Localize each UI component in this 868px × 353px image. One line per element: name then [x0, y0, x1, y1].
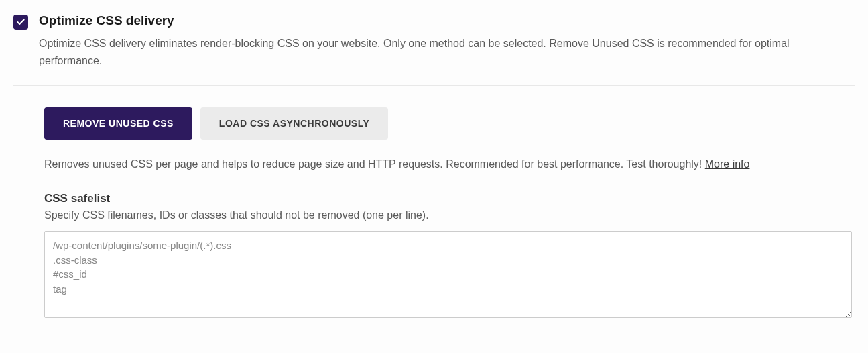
option-title: Optimize CSS delivery [39, 13, 855, 28]
tab-remove-unused-css[interactable]: REMOVE UNUSED CSS [44, 107, 192, 140]
css-safelist-textarea[interactable] [44, 231, 852, 318]
optimize-css-checkbox[interactable] [13, 15, 28, 30]
option-description: Optimize CSS delivery eliminates render-… [39, 35, 855, 69]
check-icon [16, 17, 25, 27]
tab-load-css-async[interactable]: LOAD CSS ASYNCHRONOUSLY [200, 107, 388, 140]
tab-description-text: Removes unused CSS per page and helps to… [44, 158, 705, 170]
more-info-link[interactable]: More info [705, 158, 750, 170]
safelist-label: CSS safelist [44, 192, 855, 205]
safelist-help: Specify CSS filenames, IDs or classes th… [44, 209, 855, 221]
tab-description: Removes unused CSS per page and helps to… [44, 156, 855, 173]
divider [13, 85, 855, 86]
